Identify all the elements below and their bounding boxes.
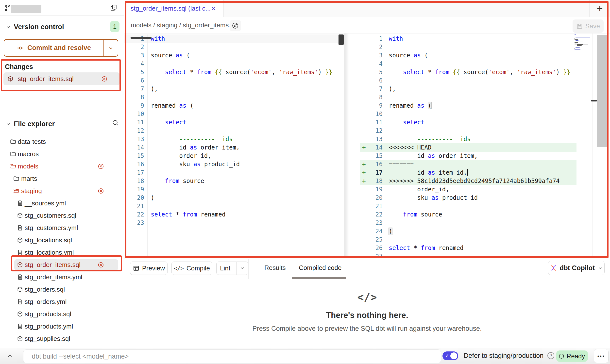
file-name-label: models: [18, 163, 38, 170]
code-line: 21: [360, 202, 593, 210]
file-doc-icon: [17, 274, 23, 280]
new-tab-button[interactable]: +: [589, 0, 610, 17]
file-explorer-item-macros[interactable]: macros: [0, 148, 124, 160]
file-explorer-item-stg-customers-yml[interactable]: stg_customers.yml: [0, 222, 124, 234]
code-line: 10: [124, 110, 344, 118]
line-number: 19: [124, 185, 144, 194]
discard-change-icon[interactable]: [101, 76, 108, 82]
code-line: 23: [360, 219, 593, 227]
code-editor-right[interactable]: 1with23source as (45 select * from {{ so…: [360, 34, 593, 257]
navigate-compass-icon[interactable]: [230, 20, 241, 31]
code-text: renamed as (: [151, 101, 193, 110]
discard-change-icon[interactable]: [98, 262, 104, 268]
code-text: >>>>>>> 58c1dd23d5eebd9cd2495fa7124ab61b…: [389, 177, 560, 185]
chevron-down-icon[interactable]: [5, 121, 11, 127]
empty-state-title: There's nothing here.: [124, 311, 610, 320]
line-number: 18: [124, 177, 144, 185]
code-line: 12: [360, 127, 593, 135]
changed-file-row[interactable]: stg_order_items.sql: [3, 72, 120, 85]
line-number: 15: [124, 152, 144, 160]
commit-and-resolve-main[interactable]: Commit and resolve: [4, 40, 103, 56]
close-tab-icon[interactable]: ×: [211, 4, 216, 13]
file-doc-icon: [17, 200, 23, 206]
minimap-line: [577, 43, 584, 43]
code-line: 11 select: [360, 118, 593, 127]
compile-button[interactable]: </> Compile: [171, 262, 212, 275]
overview-scrollbar[interactable]: [597, 35, 608, 147]
line-number: 16: [360, 160, 383, 168]
file-name-label: stg_supplies.sql: [25, 335, 70, 343]
commit-options-chevron[interactable]: [103, 40, 118, 56]
file-explorer-item-stg-order-items-sql[interactable]: stg_order_items.sql: [0, 259, 124, 271]
model-cube-icon: [17, 286, 23, 293]
dbt-copilot-button[interactable]: dbt Copilot: [548, 261, 605, 275]
file-explorer-item-stg-customers-sql[interactable]: stg_customers.sql: [0, 209, 124, 222]
lint-button[interactable]: Lint: [216, 262, 248, 275]
left-pane-scrollbar-thumb[interactable]: [131, 37, 152, 39]
file-explorer-title: File explorer: [14, 120, 55, 128]
file-explorer-item--sources-yml[interactable]: __sources.yml: [0, 197, 124, 209]
file-explorer-item-stg-supplies-sql[interactable]: stg_supplies.sql: [0, 332, 124, 345]
code-text: id as order_item,: [151, 143, 240, 152]
minimap[interactable]: [575, 34, 593, 51]
file-explorer-item-stg-order-items-yml[interactable]: stg_order_items.yml: [0, 271, 124, 283]
commit-and-resolve-button[interactable]: Commit and resolve: [4, 39, 118, 57]
code-text: select: [389, 118, 424, 127]
code-text: ): [389, 227, 392, 235]
folder-icon: [10, 151, 16, 157]
discard-change-icon[interactable]: [98, 188, 104, 194]
preview-button[interactable]: Preview: [130, 262, 168, 275]
line-number: 9: [124, 101, 144, 110]
code-line: 19: [124, 185, 344, 194]
tab-compiled-code[interactable]: Compiled code: [299, 264, 341, 272]
file-explorer-item-marts[interactable]: marts: [0, 172, 124, 185]
file-explorer-item-stg-products-yml[interactable]: stg_products.yml: [0, 320, 124, 332]
tab-stg-order-items[interactable]: stg_order_items.sql (last c... ×: [124, 0, 224, 17]
left-pane-scrollbar-track[interactable]: [338, 33, 344, 257]
code-line: +16=======: [360, 160, 593, 168]
toggle-knob: [450, 352, 457, 359]
file-name-label: stg_locations.yml: [25, 249, 74, 256]
file-name-label: stg_customers.yml: [25, 224, 78, 232]
tab-results[interactable]: Results: [264, 264, 286, 272]
line-number: 21: [360, 202, 383, 210]
file-explorer-item-models[interactable]: models: [0, 160, 124, 172]
defer-toggle[interactable]: ✓: [442, 351, 458, 360]
file-explorer-item-stg-orders-sql[interactable]: stg_orders.sql: [0, 283, 124, 296]
file-explorer-item-stg-locations-sql[interactable]: stg_locations.sql: [0, 234, 124, 246]
code-line: 1with: [124, 34, 344, 43]
discard-change-icon[interactable]: [98, 163, 104, 170]
save-button[interactable]: Save: [573, 19, 604, 33]
file-explorer-item-data-tests[interactable]: data-tests: [0, 135, 124, 148]
chevron-up-icon[interactable]: [6, 352, 13, 359]
dbt-ide-app: Version control 1 Commit and resolve Cha…: [0, 0, 610, 364]
status-badge-ready[interactable]: Ready: [556, 350, 588, 362]
chevron-down-icon[interactable]: [5, 24, 11, 30]
model-cube-icon: [17, 237, 23, 243]
code-line: 6: [360, 76, 593, 85]
code-line: 14 id as order_item,: [124, 143, 344, 152]
line-number: 10: [124, 110, 144, 118]
file-explorer-item-stg-orders-yml[interactable]: stg_orders.yml: [0, 296, 124, 308]
copy-docs-icon[interactable]: [110, 4, 117, 11]
folder-icon: [10, 163, 16, 169]
code-line: 3source as (: [360, 51, 593, 60]
right-pane-scrollbar-track[interactable]: [592, 33, 597, 257]
search-icon[interactable]: [112, 119, 119, 126]
code-line: 19 order_id,: [360, 185, 593, 194]
file-explorer-item-staging[interactable]: staging: [0, 185, 124, 197]
file-explorer-item-stg-products-sql[interactable]: stg_products.sql: [0, 308, 124, 320]
file-explorer-item-stg-locations-yml[interactable]: stg_locations.yml: [0, 246, 124, 259]
minimap-line: [575, 48, 575, 49]
line-number: 23: [360, 219, 383, 227]
sidebar-header: [0, 0, 124, 16]
right-pane-vscroll-thumb[interactable]: [591, 100, 597, 101]
code-editor-left[interactable]: 1with23source as (45 select * from {{ so…: [124, 34, 344, 257]
more-options-button[interactable]: •••: [594, 349, 609, 363]
help-icon[interactable]: ?: [547, 352, 554, 359]
left-pane-vscroll-thumb[interactable]: [339, 34, 344, 45]
line-number: 3: [124, 51, 144, 60]
code-line: 12: [124, 127, 344, 135]
lint-options-chevron[interactable]: [237, 262, 248, 275]
dbt-command-input[interactable]: [23, 349, 441, 363]
